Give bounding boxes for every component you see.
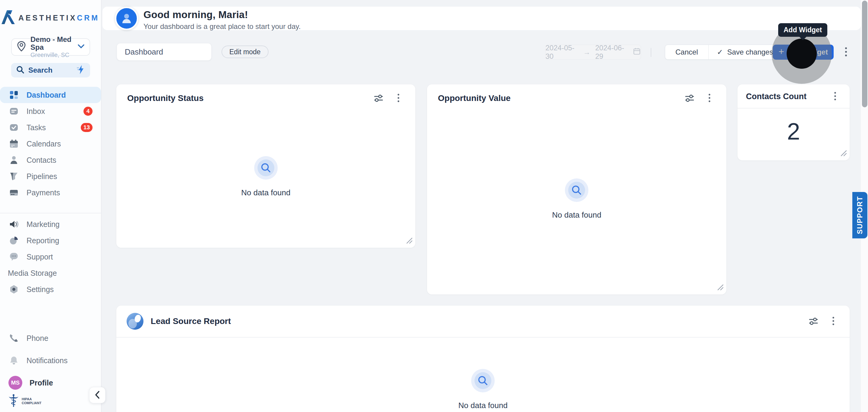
sidebar-item-settings[interactable]: Settings — [0, 281, 101, 297]
arrow-right-icon: → — [583, 48, 590, 56]
brand-mark-icon — [1, 10, 15, 25]
search-icon — [16, 65, 24, 75]
scrollbar-thumb[interactable] — [862, 1, 867, 107]
hipaa-label: HIPAA COMPLIANT — [22, 397, 49, 405]
location-switcher[interactable]: Demo - Med Spa Greenville, SC — [11, 38, 90, 56]
location-name: Demo - Med Spa — [30, 36, 73, 52]
contacts-count-value: 2 — [738, 106, 849, 157]
resize-handle[interactable] — [405, 236, 413, 245]
widget-kebab-button[interactable] — [827, 315, 839, 327]
sliders-icon — [373, 93, 384, 103]
save-label: Save changes — [727, 48, 773, 56]
sidebar-item-marketing[interactable]: Marketing — [0, 216, 101, 232]
click-indicator-center — [786, 39, 817, 69]
sidebar-item-label: Marketing — [27, 220, 60, 229]
search-empty-icon — [471, 369, 495, 392]
empty-state: No data found — [458, 369, 507, 410]
cancel-label: Cancel — [675, 48, 698, 56]
search-input[interactable]: Search — [11, 63, 90, 77]
sidebar-item-label: Dashboard — [27, 91, 66, 99]
support-tab[interactable]: SUPPORT — [852, 192, 867, 239]
cancel-button[interactable]: Cancel — [665, 45, 709, 59]
search-label: Search — [28, 66, 53, 74]
widget-kebab-button[interactable] — [704, 92, 715, 104]
widget-contacts-count: Contacts Count 2 — [738, 85, 849, 160]
sidebar-item-label: Reporting — [27, 236, 59, 245]
sidebar-item-label: Pipelines — [27, 172, 57, 181]
widget-title: Lead Source Report — [151, 316, 231, 326]
sidebar-item-pipelines[interactable]: Pipelines — [0, 168, 101, 185]
profile-avatar: MS — [8, 376, 22, 390]
kebab-icon — [844, 47, 847, 58]
sidebar-item-calendars[interactable]: Calendars — [0, 136, 101, 152]
dashboard-name-input[interactable]: Dashboard — [117, 43, 212, 61]
sidebar-item-label: Support — [27, 253, 53, 261]
sidebar-item-label: Phone — [27, 334, 48, 343]
empty-state-text: No data found — [458, 401, 507, 410]
inbox-badge: 4 — [84, 107, 93, 116]
nav-primary: Dashboard Inbox 4 — [0, 87, 101, 201]
sliders-icon — [808, 316, 818, 326]
brand-name: AESTHETIXCRM — [19, 13, 99, 22]
hipaa-compliant-logo: HIPAA COMPLIANT — [8, 393, 49, 409]
sidebar-item-support[interactable]: Support — [0, 249, 101, 265]
widget-title: Opportunity Value — [438, 93, 510, 103]
sidebar-item-payments[interactable]: Payments — [0, 185, 101, 201]
edit-mode-button[interactable]: Edit mode — [221, 45, 269, 58]
widget-kebab-button[interactable] — [393, 92, 404, 104]
sidebar-item-contacts[interactable]: Contacts — [0, 152, 101, 168]
sidebar-item-label: Calendars — [27, 139, 61, 148]
chat-bubble-icon — [8, 251, 19, 262]
nav-secondary: Marketing Reporting — [0, 216, 101, 297]
sidebar-divider — [0, 213, 101, 213]
search-empty-icon — [254, 156, 278, 180]
add-widget-tooltip: Add Widget — [778, 23, 827, 37]
lead-source-icon — [127, 313, 144, 330]
sidebar-item-notifications[interactable]: Notifications — [0, 352, 101, 369]
save-changes-button[interactable]: ✓ Save changes — [709, 45, 781, 59]
page-greeting: Good morning, Maria! — [144, 9, 301, 21]
sidebar-item-inbox[interactable]: Inbox 4 — [0, 103, 101, 119]
bell-icon — [8, 355, 19, 366]
chevron-down-icon — [78, 44, 85, 50]
person-icon — [120, 12, 133, 25]
kebab-icon — [397, 93, 400, 103]
contact-person-icon — [8, 155, 19, 165]
search-empty-icon — [565, 179, 588, 202]
widget-filter-button[interactable] — [684, 92, 695, 104]
sidebar-item-media-storage[interactable]: Media Storage — [0, 265, 101, 281]
kebab-icon — [832, 316, 835, 326]
support-tab-label: SUPPORT — [856, 196, 864, 234]
sidebar-item-profile[interactable]: MS Profile — [0, 375, 101, 391]
sidebar-item-phone[interactable]: Phone — [0, 330, 101, 346]
brand-logo[interactable]: AESTHETIXCRM — [0, 10, 101, 25]
date-end-value: 2024-06-29 — [595, 44, 628, 61]
location-city: Greenville, SC — [30, 51, 73, 59]
widget-filter-button[interactable] — [373, 92, 384, 104]
sidebar-item-dashboard[interactable]: Dashboard — [0, 87, 101, 103]
resize-handle[interactable] — [839, 149, 847, 158]
sidebar-item-tasks[interactable]: Tasks 13 — [0, 119, 101, 136]
toolbar-kebab-button[interactable] — [839, 45, 853, 59]
sidebar-collapse-button[interactable] — [89, 387, 105, 403]
kebab-icon — [708, 93, 711, 103]
date-range-picker[interactable]: 2024-05-30 → 2024-06-29 — [545, 44, 641, 60]
location-pin-icon — [17, 41, 26, 53]
resize-handle[interactable] — [716, 283, 724, 292]
user-avatar — [115, 7, 138, 30]
widget-kebab-button[interactable] — [829, 90, 841, 102]
tooltip-label: Add Widget — [784, 26, 822, 34]
widget-title: Opportunity Status — [127, 93, 204, 103]
widget-title: Contacts Count — [746, 92, 807, 101]
dashboard-name-value: Dashboard — [125, 47, 163, 57]
megaphone-icon — [8, 219, 19, 230]
edit-actions-group: Cancel ✓ Save changes — [665, 44, 782, 60]
sidebar-item-label: Tasks — [27, 123, 46, 132]
date-start-value: 2024-05-30 — [546, 44, 578, 61]
phone-icon — [8, 333, 19, 344]
widget-filter-button[interactable] — [807, 315, 819, 327]
empty-state-text: No data found — [241, 188, 290, 197]
toolbar-divider — [651, 48, 651, 57]
sidebar-item-reporting[interactable]: Reporting — [0, 232, 101, 249]
edit-mode-label: Edit mode — [229, 48, 261, 56]
